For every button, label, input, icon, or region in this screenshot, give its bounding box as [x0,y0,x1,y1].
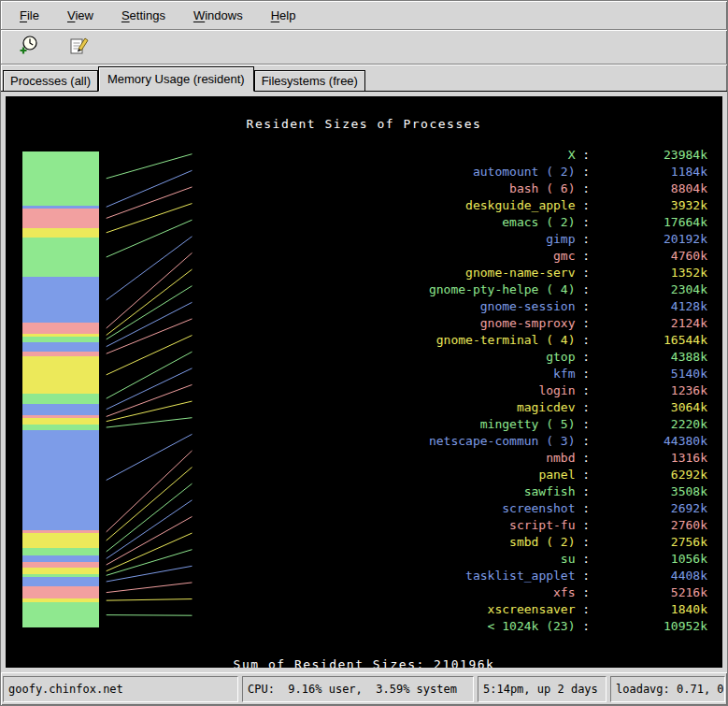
colon-separator: : [576,198,597,212]
process-row: script-fu : 2760k [429,517,707,534]
colon-separator: : [576,602,597,616]
colon-separator: : [576,350,597,364]
process-value: 4760k [597,248,707,265]
process-name: magicdev [517,400,576,414]
menu-bar: FileViewSettingsWindowsHelp [1,1,727,30]
process-name: automount ( 2) [473,165,576,179]
process-row: panel : 6292k [429,467,707,483]
process-name: tasklist_applet [465,569,575,583]
process-value: 1316k [597,450,707,467]
process-row: tasklist_applet : 4408k [429,568,707,584]
process-value: 1352k [597,265,707,281]
process-value: 20192k [597,231,707,248]
process-row: gnome-session : 4128k [429,298,707,315]
colon-separator: : [576,619,597,633]
process-name: bash ( 6) [509,181,575,195]
status-cpu: CPU: 9.16% user, 3.59% system [242,676,474,702]
process-value: 2756k [597,534,707,551]
process-name: xscreensaver [488,602,576,616]
process-name: su [561,552,576,566]
process-value: 1840k [597,601,707,618]
colon-separator: : [576,316,597,330]
process-value: 1184k [597,164,707,180]
process-value: 4388k [597,349,707,366]
colon-separator: : [576,181,597,195]
process-row: su : 1056k [429,551,707,568]
memory-usage-chart: Resident Sizes of Processes X : 23984kau… [6,96,722,668]
process-row: mingetty ( 5) : 2220k [429,416,707,433]
process-row: kfm : 5140k [429,366,707,382]
process-list: X : 23984kautomount ( 2) : 1184kbash ( 6… [429,147,707,635]
process-name: gnome-pty-helpe ( 4) [429,282,576,296]
colon-separator: : [576,468,597,482]
menu-help[interactable]: Help [269,7,298,24]
menu-windows[interactable]: Windows [192,7,245,24]
colon-separator: : [576,585,597,599]
process-name: gtop [546,350,575,364]
process-row: gnome-pty-helpe ( 4) : 2304k [429,281,707,298]
chart-sum-label: Sum of Resident Sizes: 210196k [6,657,722,668]
process-row: gimp : 20192k [429,231,707,248]
colon-separator: : [576,400,597,414]
process-name: mingetty ( 5) [480,417,576,431]
colon-separator: : [576,165,597,179]
process-row: gnome-smproxy : 2124k [429,315,707,332]
tab-memory-usage-resident[interactable]: Memory Usage (resident) [98,66,254,92]
gtop-window: FileViewSettingsWindowsHelp P [0,0,728,706]
process-row: X : 23984k [429,147,707,164]
process-row: gnome-name-serv : 1352k [429,265,707,281]
process-name: xfs [553,585,575,599]
tab-processes-all[interactable]: Processes (all) [3,70,98,91]
process-row: emacs ( 2) : 17664k [429,214,707,231]
process-value: 2124k [597,315,707,332]
process-name: gimp [546,232,575,246]
process-row: smbd ( 2) : 2756k [429,534,707,551]
menu-settings[interactable]: Settings [120,7,167,24]
process-value: 4408k [597,568,707,584]
colon-separator: : [576,232,597,246]
process-row: screenshot : 2692k [429,500,707,517]
status-bar: goofy.chinfox.netCPU: 9.16% user, 3.59% … [1,672,727,705]
process-value: 2692k [597,500,707,517]
menu-file[interactable]: File [18,7,41,24]
notebook-page: Resident Sizes of Processes X : 23984kau… [1,91,727,672]
add-view-button[interactable] [16,34,42,60]
process-row: nmbd : 1316k [429,450,707,467]
process-value: 3064k [597,399,707,416]
notebook-tabs: Processes (all)Memory Usage (resident)Fi… [1,66,727,91]
process-value: 3508k [597,483,707,500]
process-name: login [538,383,575,397]
process-name: gnome-name-serv [465,266,575,280]
process-value: 4128k [597,298,707,315]
process-name: gnome-terminal ( 4) [436,333,576,347]
status-hostname: goofy.chinfox.net [3,676,238,702]
process-value: 2220k [597,416,707,433]
process-name: kfm [553,367,575,381]
process-value: 2760k [597,517,707,534]
process-name: smbd ( 2) [509,535,575,549]
process-name: < 1024k (23) [488,619,576,633]
process-value: 1056k [597,551,707,568]
colon-separator: : [576,484,597,498]
process-value: 6292k [597,467,707,483]
edit-properties-button[interactable] [66,34,93,60]
menu-view[interactable]: View [65,7,95,24]
tab-filesystems-free[interactable]: Filesystems (free) [254,70,365,91]
colon-separator: : [576,148,597,162]
process-name: panel [538,468,575,482]
process-row: deskguide_apple : 3932k [429,197,707,214]
process-name: gmc [553,249,575,263]
colon-separator: : [576,535,597,549]
process-value: 5140k [597,366,707,382]
process-row: xfs : 5216k [429,584,707,601]
colon-separator: : [576,434,597,448]
process-row: gnome-terminal ( 4) : 16544k [429,332,707,349]
colon-separator: : [576,215,597,229]
process-value: 3932k [597,197,707,214]
process-name: gnome-session [480,299,576,313]
process-name: script-fu [509,518,575,532]
process-name: screenshot [502,501,575,515]
process-row: bash ( 6) : 8804k [429,180,707,197]
process-row: xscreensaver : 1840k [429,601,707,618]
status-uptime: 5:14pm, up 2 days [478,676,607,702]
